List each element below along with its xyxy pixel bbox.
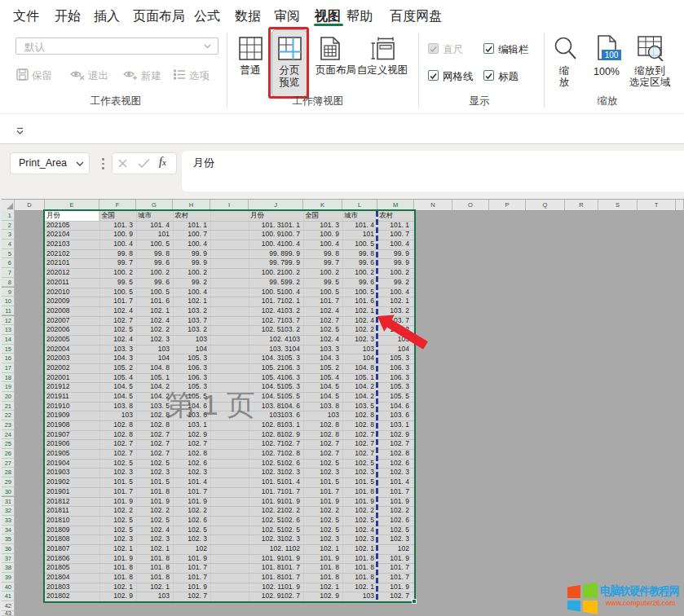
svg-text:100: 100	[605, 51, 619, 59]
